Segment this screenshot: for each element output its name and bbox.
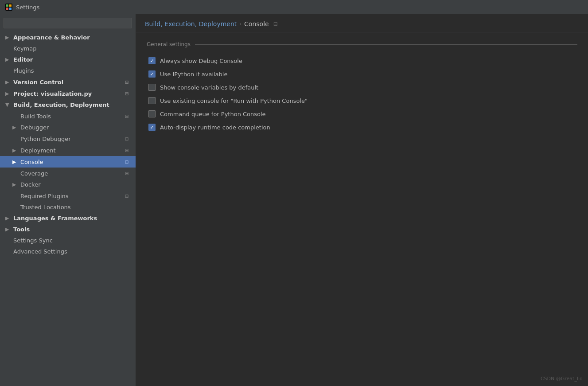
setting-item-always-show-debug: Always show Debug Console xyxy=(147,55,577,67)
setting-item-command-queue: Command queue for Python Console xyxy=(147,108,577,120)
checkbox-always-show-debug[interactable] xyxy=(148,57,156,64)
breadcrumb-parent[interactable]: Build, Execution, Deployment xyxy=(145,20,237,27)
checkbox-auto-display-completion[interactable] xyxy=(148,124,156,131)
sidebar-item-label: Debugger xyxy=(20,124,130,131)
settings-page-icon: ⊟ xyxy=(123,78,130,86)
svg-rect-2 xyxy=(9,4,12,7)
sidebar-item-editor[interactable]: ▶ Editor xyxy=(0,54,136,65)
setting-label-use-existing-console: Use existing console for "Run with Pytho… xyxy=(160,97,308,104)
settings-list: Always show Debug Console Use IPython if… xyxy=(147,55,577,133)
sidebar-item-build-tools[interactable]: Build Tools ⊟ xyxy=(0,110,136,122)
chevron-icon: ▶ xyxy=(12,148,19,153)
breadcrumb-separator: › xyxy=(239,21,241,27)
sidebar-item-console[interactable]: ▶ Console ⊟ xyxy=(0,156,136,168)
content-body: General settings Always show Debug Conso… xyxy=(136,32,588,386)
chevron-icon: ▶ xyxy=(5,226,12,232)
sidebar-item-label: Required Plugins xyxy=(20,193,121,199)
svg-rect-1 xyxy=(6,4,8,7)
chevron-icon: ▶ xyxy=(5,215,12,221)
search-input[interactable] xyxy=(4,18,132,28)
setting-label-show-console-vars: Show console variables by default xyxy=(160,84,258,91)
sidebar-item-label: Trusted Locations xyxy=(20,204,130,211)
chevron-icon: ▶ xyxy=(5,35,12,40)
sidebar-item-label: Build Tools xyxy=(20,113,121,120)
sidebar: 🔍 ▶ Appearance & Behavior Keymap ▶ Edito… xyxy=(0,14,136,386)
breadcrumb-page-icon: ⊟ xyxy=(273,21,278,27)
chevron-icon: ▶ xyxy=(12,159,19,165)
sidebar-item-languages-frameworks[interactable]: ▶ Languages & Frameworks xyxy=(0,213,136,224)
setting-label-auto-display-completion: Auto-display runtime code completion xyxy=(160,124,270,131)
sidebar-item-plugins[interactable]: Plugins xyxy=(0,65,136,76)
content-area: Build, Execution, Deployment › Console ⊟… xyxy=(136,14,588,386)
settings-page-icon: ⊟ xyxy=(123,147,130,154)
sidebar-item-label: Coverage xyxy=(20,170,121,177)
sidebar-item-trusted-locations[interactable]: Trusted Locations xyxy=(0,202,136,213)
sidebar-item-version-control[interactable]: ▶ Version Control ⊟ xyxy=(0,76,136,88)
sidebar-item-label: Project: visualization.py xyxy=(13,90,121,97)
settings-page-icon: ⊟ xyxy=(123,135,130,142)
sidebar-item-python-debugger[interactable]: Python Debugger ⊟ xyxy=(0,133,136,144)
settings-page-icon: ⊟ xyxy=(123,158,130,165)
sidebar-item-label: Tools xyxy=(13,226,130,233)
setting-item-use-ipython: Use IPython if available xyxy=(147,68,577,80)
chevron-icon: ▼ xyxy=(5,102,12,108)
chevron-icon: ▶ xyxy=(5,79,12,85)
watermark: CSDN @Great_lid xyxy=(541,376,583,382)
content-header: Build, Execution, Deployment › Console ⊟ xyxy=(136,14,588,32)
sidebar-item-debugger[interactable]: ▶ Debugger xyxy=(0,122,136,133)
sidebar-item-appearance[interactable]: ▶ Appearance & Behavior xyxy=(0,32,136,43)
breadcrumb-current: Console xyxy=(244,20,269,27)
svg-rect-3 xyxy=(6,8,8,10)
sidebar-item-deployment[interactable]: ▶ Deployment ⊟ xyxy=(0,144,136,156)
sidebar-item-label: Build, Execution, Deployment xyxy=(13,101,130,108)
sidebar-navigation: ▶ Appearance & Behavior Keymap ▶ Editor … xyxy=(0,32,136,386)
checkbox-command-queue[interactable] xyxy=(148,110,156,117)
sidebar-item-project[interactable]: ▶ Project: visualization.py ⊟ xyxy=(0,88,136,99)
app-icon xyxy=(5,4,12,11)
setting-item-auto-display-completion: Auto-display runtime code completion xyxy=(147,121,577,133)
sidebar-item-label: Console xyxy=(20,159,121,165)
section-divider xyxy=(195,44,577,45)
settings-page-icon: ⊟ xyxy=(123,192,130,199)
settings-page-icon: ⊟ xyxy=(123,170,130,177)
sidebar-item-docker[interactable]: ▶ Docker xyxy=(0,179,136,190)
search-container: 🔍 xyxy=(0,14,136,32)
setting-label-command-queue: Command queue for Python Console xyxy=(160,111,266,117)
sidebar-item-settings-sync[interactable]: Settings Sync xyxy=(0,235,136,246)
title-bar: Settings xyxy=(0,0,588,14)
sidebar-item-advanced-settings[interactable]: Advanced Settings xyxy=(0,246,136,257)
settings-page-icon: ⊟ xyxy=(123,113,130,120)
search-wrapper: 🔍 xyxy=(4,18,132,28)
sidebar-item-label: Keymap xyxy=(13,45,130,52)
setting-label-always-show-debug: Always show Debug Console xyxy=(160,58,242,64)
sidebar-item-label: Appearance & Behavior xyxy=(13,34,130,41)
chevron-icon: ▶ xyxy=(5,91,12,97)
sidebar-item-tools[interactable]: ▶ Tools xyxy=(0,224,136,235)
checkbox-use-existing-console[interactable] xyxy=(148,97,156,104)
sidebar-item-coverage[interactable]: Coverage ⊟ xyxy=(0,168,136,179)
sidebar-item-label: Deployment xyxy=(20,147,121,154)
svg-rect-4 xyxy=(9,8,12,10)
sidebar-item-label: Python Debugger xyxy=(20,136,121,142)
setting-item-use-existing-console: Use existing console for "Run with Pytho… xyxy=(147,94,577,107)
chevron-icon: ▶ xyxy=(12,125,19,130)
sidebar-item-label: Docker xyxy=(20,181,130,188)
checkbox-use-ipython[interactable] xyxy=(148,70,156,78)
sidebar-item-keymap[interactable]: Keymap xyxy=(0,43,136,54)
section-header-text: General settings xyxy=(147,41,191,47)
sidebar-item-label: Advanced Settings xyxy=(13,248,130,255)
chevron-icon: ▶ xyxy=(12,182,19,187)
sidebar-item-build-exec-deploy[interactable]: ▼ Build, Execution, Deployment xyxy=(0,99,136,110)
sidebar-item-label: Version Control xyxy=(13,79,121,86)
sidebar-item-label: Editor xyxy=(13,56,130,63)
main-layout: 🔍 ▶ Appearance & Behavior Keymap ▶ Edito… xyxy=(0,14,588,386)
window-title: Settings xyxy=(16,4,39,11)
checkbox-show-console-vars[interactable] xyxy=(148,84,156,91)
setting-label-use-ipython: Use IPython if available xyxy=(160,71,227,78)
chevron-icon: ▶ xyxy=(5,57,12,62)
sidebar-item-label: Plugins xyxy=(13,67,130,74)
section-header: General settings xyxy=(147,41,577,47)
sidebar-item-required-plugins[interactable]: Required Plugins ⊟ xyxy=(0,190,136,202)
settings-page-icon: ⊟ xyxy=(123,90,130,97)
sidebar-item-label: Settings Sync xyxy=(13,237,130,244)
